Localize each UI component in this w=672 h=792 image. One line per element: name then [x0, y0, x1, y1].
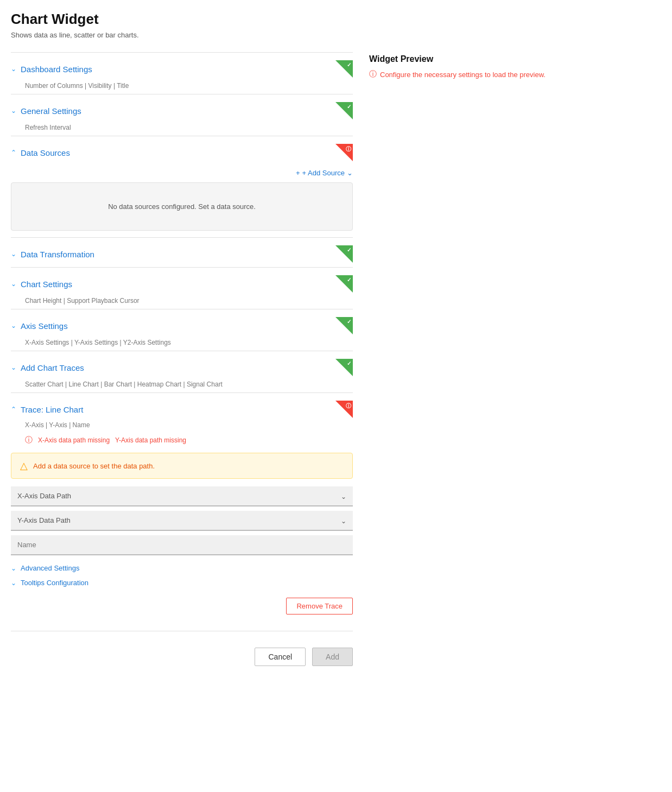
tooltips-config-chevron[interactable]: ⌄: [11, 579, 16, 587]
trace-title[interactable]: Trace: Line Chart: [21, 405, 83, 414]
add-button[interactable]: Add: [312, 648, 353, 666]
remove-trace-row: Remove Trace: [11, 589, 353, 620]
xaxis-field-row: X-Axis Data Path ⌄: [11, 486, 353, 506]
axis-settings-badge-icon: ✓: [347, 319, 351, 325]
add-chart-traces-section: ⌄ Add Chart Traces ✓ Scatter Chart | Lin…: [11, 351, 353, 392]
data-sources-badge: ⓘ: [335, 144, 353, 161]
trace-error-xaxis: X-Axis data path missing: [38, 436, 110, 444]
dashboard-settings-subtitle: Number of Columns | Visibility | Title: [25, 82, 353, 94]
add-chart-traces-badge: ✓: [335, 359, 353, 376]
dashboard-settings-left: ⌄ Dashboard Settings: [11, 65, 92, 74]
dashboard-settings-title[interactable]: Dashboard Settings: [21, 65, 92, 74]
chart-settings-left: ⌄ Chart Settings: [11, 280, 72, 289]
general-settings-badge-icon: ✓: [347, 104, 351, 110]
general-settings-row: ⌄ General Settings ✓: [11, 94, 353, 124]
general-settings-section: ⌄ General Settings ✓ Refresh Interval: [11, 94, 353, 136]
dashboard-settings-chevron[interactable]: ⌄: [11, 65, 16, 73]
data-transformation-chevron[interactable]: ⌄: [11, 250, 16, 258]
cancel-button[interactable]: Cancel: [255, 648, 306, 666]
data-transformation-row: ⌄ Data Transformation ✓: [11, 237, 353, 267]
data-sources-content: + + Add Source ⌄ No data sources configu…: [11, 166, 353, 237]
axis-settings-subtitle: X-Axis Settings | Y-Axis Settings | Y2-A…: [25, 339, 353, 351]
advanced-settings-chevron[interactable]: ⌄: [11, 565, 16, 572]
trace-header: ⌃ Trace: Line Chart ⓘ: [11, 393, 353, 421]
chart-settings-section: ⌄ Chart Settings ✓ Chart Height | Suppor…: [11, 267, 353, 309]
footer-row: Cancel Add: [11, 631, 353, 671]
general-settings-subtitle: Refresh Interval: [25, 124, 353, 136]
add-chart-traces-badge-icon: ✓: [347, 360, 351, 366]
data-transformation-section: ⌄ Data Transformation ✓: [11, 237, 353, 267]
data-sources-section: ⌃ Data Sources ⓘ + + Add Source ⌄: [11, 136, 353, 237]
widget-preview-title: Widget Preview: [369, 54, 661, 64]
add-chart-traces-chevron[interactable]: ⌄: [11, 364, 16, 371]
page-title: Chart Widget: [11, 11, 661, 28]
trace-header-left: ⌃ Trace: Line Chart: [11, 405, 83, 414]
add-chart-traces-left: ⌄ Add Chart Traces: [11, 363, 84, 372]
chart-settings-title[interactable]: Chart Settings: [21, 280, 72, 289]
trace-badge: ⓘ: [335, 401, 353, 418]
chart-settings-badge-icon: ✓: [347, 277, 351, 283]
data-transformation-title[interactable]: Data Transformation: [21, 250, 94, 259]
general-settings-left: ⌄ General Settings: [11, 106, 81, 116]
add-source-chevron-icon: ⌄: [347, 169, 353, 177]
tooltips-config-title[interactable]: Tooltips Configuration: [21, 579, 88, 587]
xaxis-select-wrapper: X-Axis Data Path ⌄: [11, 486, 353, 506]
page-subtitle: Shows data as line, scatter or bar chart…: [11, 31, 661, 39]
general-settings-title[interactable]: General Settings: [21, 106, 81, 116]
add-chart-traces-title[interactable]: Add Chart Traces: [21, 363, 84, 372]
main-layout: ⌄ Dashboard Settings ✓ Number of Columns…: [11, 52, 661, 671]
trace-error-icon: ⓘ: [25, 435, 33, 445]
chart-settings-badge: ✓: [335, 275, 353, 293]
dashboard-settings-row: ⌄ Dashboard Settings ✓: [11, 52, 353, 82]
add-chart-traces-row: ⌄ Add Chart Traces ✓: [11, 351, 353, 381]
axis-settings-title[interactable]: Axis Settings: [21, 321, 68, 331]
add-source-row: + + Add Source ⌄: [11, 166, 353, 182]
trace-badge-icon: ⓘ: [346, 402, 351, 410]
dashboard-settings-badge-icon: ✓: [347, 62, 351, 68]
axis-settings-section: ⌄ Axis Settings ✓ X-Axis Settings | Y-Ax…: [11, 309, 353, 351]
preview-warning-text: Configure the necessary settings to load…: [380, 71, 546, 79]
tooltips-config-row: ⌄ Tooltips Configuration: [11, 574, 353, 589]
no-data-sources-box: No data sources configured. Set a data s…: [11, 182, 353, 231]
right-panel: Widget Preview ⓘ Configure the necessary…: [369, 52, 661, 79]
dashboard-settings-section: ⌄ Dashboard Settings ✓ Number of Columns…: [11, 52, 353, 94]
axis-settings-chevron[interactable]: ⌄: [11, 322, 16, 330]
yaxis-field-row: Y-Axis Data Path ⌄: [11, 511, 353, 531]
yaxis-data-path-select[interactable]: Y-Axis Data Path: [11, 511, 353, 531]
data-transformation-left: ⌄ Data Transformation: [11, 250, 94, 259]
advanced-settings-row: ⌄ Advanced Settings: [11, 560, 353, 574]
axis-settings-row: ⌄ Axis Settings ✓: [11, 309, 353, 339]
data-sources-left: ⌃ Data Sources: [11, 148, 70, 157]
trace-error-row: ⓘ X-Axis data path missing Y-Axis data p…: [11, 433, 353, 449]
yaxis-select-wrapper: Y-Axis Data Path ⌄: [11, 511, 353, 531]
axis-settings-left: ⌄ Axis Settings: [11, 321, 68, 331]
dashboard-settings-badge: ✓: [335, 60, 353, 78]
data-sources-chevron[interactable]: ⌃: [11, 149, 16, 156]
data-sources-row: ⌃ Data Sources ⓘ: [11, 136, 353, 166]
preview-warning: ⓘ Configure the necessary settings to lo…: [369, 69, 661, 79]
data-transformation-badge: ✓: [335, 245, 353, 263]
general-settings-badge: ✓: [335, 102, 353, 119]
name-field-row: [11, 535, 353, 555]
no-data-sources-message: No data sources configured. Set a data s…: [108, 202, 256, 211]
remove-trace-button[interactable]: Remove Trace: [286, 598, 353, 614]
chart-settings-row: ⌄ Chart Settings ✓: [11, 267, 353, 297]
chart-settings-chevron[interactable]: ⌄: [11, 280, 16, 288]
name-input[interactable]: [11, 535, 353, 555]
add-chart-traces-subtitle: Scatter Chart | Line Chart | Bar Chart |…: [25, 381, 353, 392]
add-source-button[interactable]: + + Add Source ⌄: [296, 169, 353, 177]
xaxis-data-path-select[interactable]: X-Axis Data Path: [11, 486, 353, 506]
trace-warning-text: Add a data source to set the data path.: [33, 462, 155, 470]
general-settings-chevron[interactable]: ⌄: [11, 107, 16, 115]
warning-triangle-icon: △: [20, 460, 28, 472]
data-transformation-badge-icon: ✓: [347, 247, 351, 253]
trace-warning-box: △ Add a data source to set the data path…: [11, 453, 353, 479]
chart-settings-subtitle: Chart Height | Support Playback Cursor: [25, 297, 353, 309]
trace-chevron[interactable]: ⌃: [11, 405, 16, 413]
advanced-settings-title[interactable]: Advanced Settings: [21, 564, 79, 572]
data-sources-title[interactable]: Data Sources: [21, 148, 70, 157]
trace-section: ⌃ Trace: Line Chart ⓘ X-Axis | Y-Axis | …: [11, 392, 353, 620]
trace-error-yaxis: Y-Axis data path missing: [115, 436, 186, 444]
data-sources-badge-icon: ⓘ: [346, 145, 351, 153]
add-source-plus-icon: +: [296, 169, 300, 177]
